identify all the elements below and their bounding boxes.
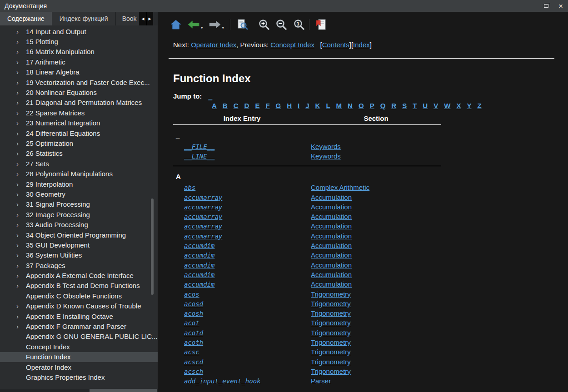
jump-letter-x[interactable]: X [456, 102, 461, 109]
jump-letter-v[interactable]: V [433, 102, 438, 109]
jump-letter-q[interactable]: Q [380, 102, 386, 109]
jump-letter-p[interactable]: P [370, 102, 374, 109]
expand-arrow-icon[interactable]: › [16, 89, 26, 96]
expand-arrow-icon[interactable]: › [16, 48, 26, 55]
zoom-in-button[interactable] [259, 19, 269, 30]
tree-item-28-polynomial-manipulations[interactable]: ›28 Polynomial Manipulations [0, 169, 158, 179]
function-entry-link[interactable]: accumdim [184, 242, 214, 249]
expand-arrow-icon[interactable]: › [16, 252, 26, 258]
function-entry-link[interactable]: accumarray [184, 223, 222, 230]
tree-item-31-signal-processing[interactable]: ›31 Signal Processing [0, 199, 158, 209]
section-link[interactable]: Parser [311, 377, 331, 385]
document-view[interactable]: Next: Operator Index, Previous: Concept … [158, 37, 568, 392]
tree-item-35-gui-development[interactable]: ›35 GUI Development [0, 240, 158, 250]
jump-letter-u[interactable]: U [423, 102, 428, 109]
back-dropdown-icon[interactable]: ▾ [201, 25, 203, 30]
bookmark-button[interactable] [316, 19, 326, 30]
section-link[interactable]: Accumulation [311, 251, 352, 259]
section-link[interactable]: Trigonometry [311, 309, 351, 317]
function-entry-link[interactable]: accumarray [184, 233, 222, 240]
zoom-out-button[interactable] [276, 19, 287, 30]
jump-letter-k[interactable]: K [315, 102, 320, 109]
home-button[interactable] [170, 20, 181, 30]
jump-letter-y[interactable]: Y [467, 102, 471, 109]
expand-arrow-icon[interactable]: › [16, 119, 26, 126]
find-button[interactable] [238, 19, 248, 30]
forward-button[interactable] [209, 20, 221, 29]
tab-scroll-right-button[interactable]: ▶ [146, 12, 153, 25]
nav-previous-link[interactable]: Concept Index [270, 41, 314, 49]
section-link[interactable]: Accumulation [311, 261, 352, 269]
jump-letter-s[interactable]: S [402, 102, 407, 109]
tree-item-29-interpolation[interactable]: ›29 Interpolation [0, 179, 158, 189]
tree-item-21-diagonal-and-permutation-matrices[interactable]: ›21 Diagonal and Permutation Matrices [0, 98, 158, 108]
section-link[interactable]: Accumulation [311, 242, 352, 249]
jump-letter-e[interactable]: E [255, 102, 259, 109]
function-entry-link[interactable]: acsc [184, 348, 199, 356]
expand-arrow-icon[interactable]: › [16, 221, 26, 228]
jump-letter-a[interactable]: A [212, 102, 217, 109]
tab-scroll-left-button[interactable]: ◀ [140, 12, 146, 25]
restore-button[interactable] [539, 0, 553, 12]
function-entry-link[interactable]: acosd [184, 300, 203, 308]
tree-item-18-linear-algebra[interactable]: ›18 Linear Algebra [0, 67, 158, 77]
function-entry-link[interactable]: acotd [184, 329, 203, 337]
section-link[interactable]: Accumulation [311, 222, 352, 230]
tree-item-appendix-e-installing-octave[interactable]: ›Appendix E Installing Octave [0, 311, 158, 321]
jump-letter-l[interactable]: L [326, 102, 330, 109]
expand-arrow-icon[interactable]: › [16, 211, 26, 218]
tree-item-17-arithmetic[interactable]: ›17 Arithmetic [0, 57, 158, 67]
expand-arrow-icon[interactable]: › [16, 191, 26, 198]
jump-letter-t[interactable]: T [413, 102, 417, 109]
tree-item-19-vectorization-and-faster-code-exec[interactable]: ›19 Vectorization and Faster Code Exec..… [0, 77, 158, 87]
jump-letter-n[interactable]: N [348, 102, 353, 109]
tab-bookmarks[interactable]: Book [116, 12, 140, 25]
expand-arrow-icon[interactable]: › [16, 38, 26, 45]
function-entry-link[interactable]: add_input_event_hook [184, 377, 261, 385]
scrollbar-thumb[interactable] [90, 389, 157, 392]
section-link[interactable]: Accumulation [311, 280, 352, 288]
tree-item-34-object-oriented-programming[interactable]: ›34 Object Oriented Programming [0, 230, 158, 240]
tree-item-appendix-f-grammar-and-parser[interactable]: ›Appendix F Grammar and Parser [0, 321, 158, 331]
tree-item-14-input-and-output[interactable]: ›14 Input and Output [0, 26, 158, 36]
tree-item-15-plotting[interactable]: ›15 Plotting [0, 36, 158, 46]
expand-arrow-icon[interactable]: › [16, 181, 26, 188]
section-link[interactable]: Trigonometry [311, 290, 351, 298]
expand-arrow-icon[interactable]: › [16, 242, 26, 248]
tree-item-33-audio-processing[interactable]: ›33 Audio Processing [0, 219, 158, 229]
nav-next-link[interactable]: Operator Index [191, 41, 236, 49]
jump-letter-r[interactable]: R [391, 102, 396, 109]
expand-arrow-icon[interactable]: › [16, 160, 26, 167]
tree-item-27-sets[interactable]: ›27 Sets [0, 159, 158, 169]
tree-item-25-optimization[interactable]: ›25 Optimization [0, 138, 158, 148]
function-entry-link[interactable]: accumdim [184, 271, 214, 278]
tree-item-concept-index[interactable]: Concept Index [0, 342, 158, 352]
tree-item-16-matrix-manipulation[interactable]: ›16 Matrix Manipulation [0, 47, 158, 57]
tab-contents[interactable]: Содержание [0, 12, 52, 25]
sidebar-vertical-scrollbar[interactable] [151, 198, 154, 295]
section-link[interactable]: Accumulation [311, 203, 352, 211]
section-link[interactable]: Trigonometry [311, 319, 351, 327]
section-link[interactable]: Trigonometry [311, 329, 351, 337]
tree-item-23-numerical-integration[interactable]: ›23 Numerical Integration [0, 118, 158, 128]
expand-arrow-icon[interactable]: › [16, 150, 26, 157]
tree-item-26-statistics[interactable]: ›26 Statistics [0, 149, 158, 159]
tree-item-appendix-b-test-and-demo-functions[interactable]: ›Appendix B Test and Demo Functions [0, 281, 158, 291]
function-entry-link[interactable]: acos [184, 291, 199, 298]
tree-item-graphics-properties-index[interactable]: Graphics Properties Index [0, 372, 158, 382]
function-entry-link[interactable]: accumarray [184, 213, 222, 220]
expand-arrow-icon[interactable]: › [16, 28, 26, 35]
tree-item-37-packages[interactable]: ›37 Packages [0, 260, 158, 270]
jump-letter-underscore[interactable]: _ [208, 92, 212, 100]
expand-arrow-icon[interactable]: › [16, 79, 26, 86]
zoom-original-button[interactable]: 1 [294, 19, 304, 30]
expand-arrow-icon[interactable]: › [16, 323, 26, 330]
tree-item-appendix-a-external-code-interface[interactable]: ›Appendix A External Code Interface [0, 270, 158, 280]
function-entry-link[interactable]: accumarray [184, 203, 222, 211]
section-link[interactable]: Trigonometry [311, 358, 351, 366]
expand-arrow-icon[interactable]: › [16, 313, 26, 320]
section-link[interactable]: Trigonometry [311, 367, 351, 375]
function-entry-link[interactable]: abs [184, 184, 195, 191]
back-button[interactable] [188, 20, 199, 29]
section-link[interactable]: Accumulation [311, 232, 352, 240]
